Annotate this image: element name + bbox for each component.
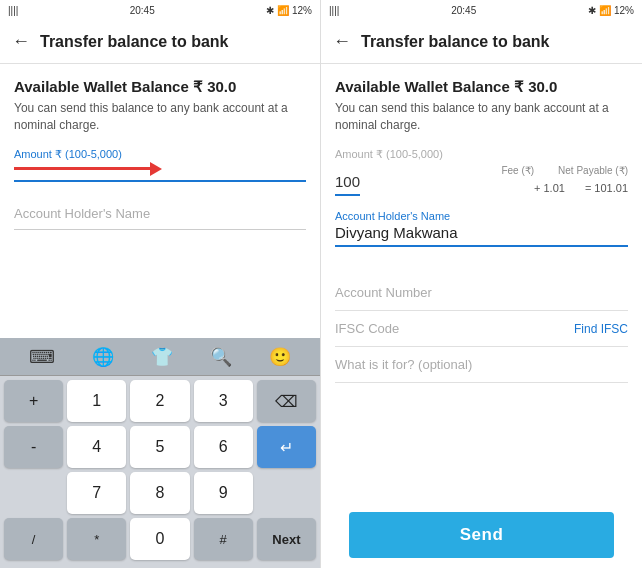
left-panel: |||| 20:45 ✱ 📶 12% ← Transfer balance to…: [0, 0, 321, 568]
account-name-input[interactable]: [14, 198, 306, 230]
keyboard: ⌨ 🌐 👕 🔍 🙂 + 1 2 3 ⌫ - 4 5 6 ↵: [0, 338, 320, 568]
keyboard-rows: + 1 2 3 ⌫ - 4 5 6 ↵ 7 8 9: [0, 376, 320, 568]
account-holder-section: Account Holder's Name Divyang Makwana: [335, 210, 628, 261]
key-plus[interactable]: +: [4, 380, 63, 422]
key-9[interactable]: 9: [194, 472, 253, 514]
wifi-icon-right: 📶: [599, 5, 611, 16]
key-0[interactable]: 0: [130, 518, 189, 560]
battery-icon-right: 12%: [614, 5, 634, 16]
status-bar-right: |||| 20:45 ✱ 📶 12%: [321, 0, 642, 20]
balance-desc-right: You can send this balance to any bank ac…: [335, 100, 628, 134]
app-bar-right: ← Transfer balance to bank: [321, 20, 642, 64]
key-1[interactable]: 1: [67, 380, 126, 422]
key-star[interactable]: *: [67, 518, 126, 560]
kb-row-2: - 4 5 6 ↵: [2, 426, 318, 468]
key-5[interactable]: 5: [130, 426, 189, 468]
amount-label-left: Amount ₹ (100-5,000): [14, 148, 306, 161]
arrow-indicator: [14, 167, 306, 170]
account-holder-label: Account Holder's Name: [335, 210, 628, 222]
fee-header-2: Net Payable (₹): [558, 163, 628, 178]
purpose-placeholder: What is it for? (optional): [335, 357, 472, 372]
content-right: Available Wallet Balance ₹ 30.0 You can …: [321, 64, 642, 568]
ifsc-row[interactable]: IFSC Code Find IFSC: [335, 311, 628, 347]
keyboard-toolbar: ⌨ 🌐 👕 🔍 🙂: [0, 338, 320, 376]
kb-row-1: + 1 2 3 ⌫: [2, 380, 318, 422]
page-title-left: Transfer balance to bank: [40, 33, 229, 51]
status-signal-left: ||||: [8, 5, 18, 16]
account-number-placeholder: Account Number: [335, 285, 432, 300]
fee-value: + 1.01: [534, 180, 565, 197]
fee-values: + 1.01 = 101.01: [501, 180, 628, 197]
red-arrow-icon: [14, 167, 154, 170]
signal-icon-left: ||||: [8, 5, 18, 16]
send-button-container: Send: [335, 502, 628, 568]
amount-input-group: Amount ₹ (100-5,000): [14, 148, 306, 182]
key-hash[interactable]: #: [194, 518, 253, 560]
globe-icon[interactable]: 🌐: [92, 346, 114, 368]
amount-row: 100 Fee (₹) Net Payable (₹) + 1.01 = 101…: [335, 163, 628, 197]
content-left: Available Wallet Balance ₹ 30.0 You can …: [0, 64, 320, 338]
key-3[interactable]: 3: [194, 380, 253, 422]
status-bar-left: |||| 20:45 ✱ 📶 12%: [0, 0, 320, 20]
status-signal-right: ||||: [329, 5, 339, 16]
kb-row-3: 7 8 9: [2, 472, 318, 514]
key-minus[interactable]: -: [4, 426, 63, 468]
kb-row-4: / * 0 # Next: [2, 518, 318, 560]
page-title-right: Transfer balance to bank: [361, 33, 550, 51]
back-button-right[interactable]: ←: [333, 31, 351, 52]
balance-title-left: Available Wallet Balance ₹ 30.0: [14, 78, 306, 96]
key-4[interactable]: 4: [67, 426, 126, 468]
find-ifsc-link[interactable]: Find IFSC: [574, 322, 628, 336]
net-value: = 101.01: [585, 180, 628, 197]
back-button-left[interactable]: ←: [12, 31, 30, 52]
send-button[interactable]: Send: [349, 512, 614, 558]
emoji-icon[interactable]: 🙂: [269, 346, 291, 368]
key-6[interactable]: 6: [194, 426, 253, 468]
key-backspace[interactable]: ⌫: [257, 380, 316, 422]
key-2[interactable]: 2: [130, 380, 189, 422]
wifi-icon-left: 📶: [277, 5, 289, 16]
amount-label-right: Amount ₹ (100-5,000): [335, 148, 628, 161]
fee-header: Fee (₹) Net Payable (₹): [501, 163, 628, 178]
key-7[interactable]: 7: [67, 472, 126, 514]
amount-value[interactable]: 100: [335, 173, 360, 196]
key-8[interactable]: 8: [130, 472, 189, 514]
fee-header-1: Fee (₹): [501, 163, 534, 178]
account-name-group: [14, 198, 306, 230]
battery-icon-left: 12%: [292, 5, 312, 16]
bluetooth-icon-right: ✱: [588, 5, 596, 16]
bluetooth-icon-left: ✱: [266, 5, 274, 16]
status-icons-left: ✱ 📶 12%: [266, 5, 312, 16]
tshirt-icon[interactable]: 👕: [151, 346, 173, 368]
ifsc-placeholder: IFSC Code: [335, 321, 399, 336]
balance-desc-left: You can send this balance to any bank ac…: [14, 100, 306, 134]
purpose-row[interactable]: What is it for? (optional): [335, 347, 628, 383]
keyboard-icon[interactable]: ⌨: [29, 346, 55, 368]
account-holder-value: Divyang Makwana: [335, 224, 628, 247]
right-panel: |||| 20:45 ✱ 📶 12% ← Transfer balance to…: [321, 0, 642, 568]
status-icons-right: ✱ 📶 12%: [588, 5, 634, 16]
app-bar-left: ← Transfer balance to bank: [0, 20, 320, 64]
signal-icon-right: ||||: [329, 5, 339, 16]
fee-block: Fee (₹) Net Payable (₹) + 1.01 = 101.01: [501, 163, 628, 197]
amount-fee-section: Amount ₹ (100-5,000) 100 Fee (₹) Net Pay…: [335, 148, 628, 199]
search-icon[interactable]: 🔍: [210, 346, 232, 368]
time-right: 20:45: [451, 5, 476, 16]
time-left: 20:45: [130, 5, 155, 16]
account-number-row[interactable]: Account Number: [335, 275, 628, 311]
key-return[interactable]: ↵: [257, 426, 316, 468]
next-button[interactable]: Next: [257, 518, 316, 560]
balance-title-right: Available Wallet Balance ₹ 30.0: [335, 78, 628, 96]
key-slash[interactable]: /: [4, 518, 63, 560]
